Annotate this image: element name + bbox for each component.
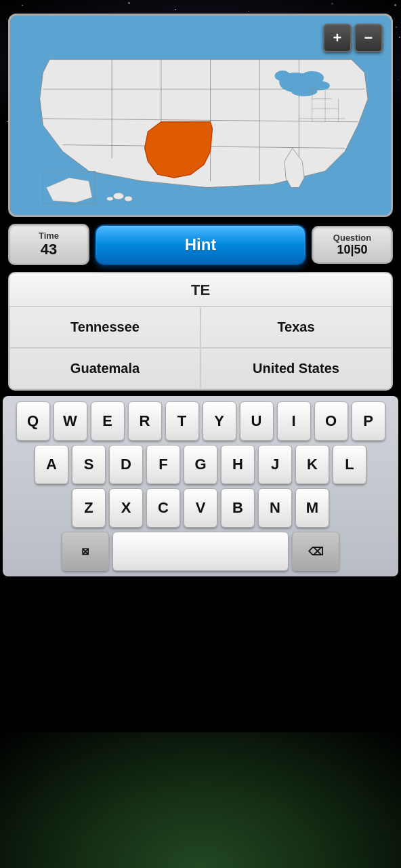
key-t[interactable]: T <box>165 401 199 441</box>
key-i[interactable]: I <box>277 401 311 441</box>
backspace-key[interactable]: ⌫ <box>292 532 339 571</box>
key-n[interactable]: N <box>258 488 292 528</box>
key-o[interactable]: O <box>314 401 348 441</box>
key-s[interactable]: S <box>72 445 106 484</box>
keyboard-row-2: A S D F G H J K L <box>5 445 396 484</box>
hint-letters: TE <box>9 273 392 307</box>
answer-option-1[interactable]: Tennessee <box>9 307 200 348</box>
key-d[interactable]: D <box>109 445 143 484</box>
time-box: Time 43 <box>8 224 89 265</box>
key-z[interactable]: Z <box>72 488 106 528</box>
key-a[interactable]: A <box>35 445 68 484</box>
key-c[interactable]: C <box>146 488 180 528</box>
map-panel: + − <box>8 14 393 217</box>
key-h[interactable]: H <box>221 445 255 484</box>
question-value: 10|50 <box>320 243 385 257</box>
svg-point-15 <box>113 193 124 199</box>
key-x[interactable]: X <box>109 488 143 528</box>
question-box: Question 10|50 <box>312 226 393 264</box>
svg-point-17 <box>106 197 113 201</box>
key-p[interactable]: P <box>352 401 385 441</box>
key-r[interactable]: R <box>128 401 162 441</box>
keyboard-row-4: ⊠ ⌫ <box>5 532 396 571</box>
question-label: Question <box>320 233 385 243</box>
svg-point-16 <box>125 196 133 201</box>
keyboard-row-3: Z X C V B N M <box>5 488 396 528</box>
time-value: 43 <box>16 241 81 258</box>
space-key[interactable] <box>112 532 289 571</box>
time-label: Time <box>16 231 81 241</box>
delete-key[interactable]: ⊠ <box>62 532 109 571</box>
key-b[interactable]: B <box>221 488 255 528</box>
key-q[interactable]: Q <box>16 401 50 441</box>
key-k[interactable]: K <box>295 445 329 484</box>
hint-button[interactable]: Hint <box>95 224 306 265</box>
key-f[interactable]: F <box>146 445 180 484</box>
key-e[interactable]: E <box>91 401 125 441</box>
answer-option-4[interactable]: United States <box>200 348 392 389</box>
answer-grid: Tennessee Texas Guatemala United States <box>9 307 392 389</box>
key-l[interactable]: L <box>333 445 366 484</box>
zoom-in-button[interactable]: + <box>323 24 352 52</box>
answer-panel: TE Tennessee Texas Guatemala United Stat… <box>8 272 393 391</box>
key-u[interactable]: U <box>240 401 274 441</box>
answer-option-3[interactable]: Guatemala <box>9 348 200 389</box>
key-y[interactable]: Y <box>203 401 236 441</box>
key-g[interactable]: G <box>184 445 217 484</box>
keyboard-row-1: Q W E R T Y U I O P <box>5 401 396 441</box>
key-v[interactable]: V <box>184 488 217 528</box>
answer-option-2[interactable]: Texas <box>200 307 392 348</box>
key-j[interactable]: J <box>258 445 292 484</box>
keyboard: Q W E R T Y U I O P A S D F G H J K L Z … <box>3 396 398 576</box>
key-w[interactable]: W <box>54 401 87 441</box>
svg-point-11 <box>274 71 290 81</box>
zoom-out-button[interactable]: − <box>354 24 383 52</box>
key-m[interactable]: M <box>295 488 329 528</box>
